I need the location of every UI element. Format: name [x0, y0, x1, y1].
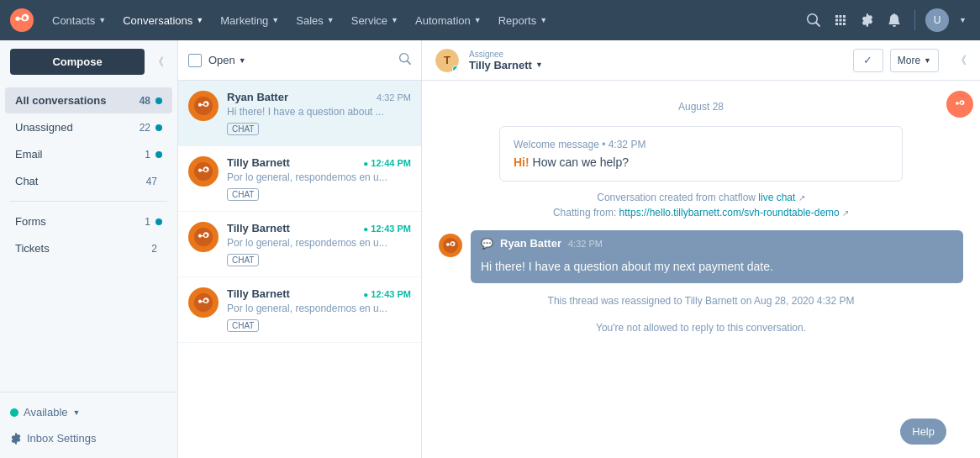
- external-link-icon: ↗: [798, 193, 805, 203]
- conv-avatar: [188, 91, 219, 121]
- more-chevron-icon: ▼: [924, 56, 931, 65]
- available-chevron-icon: ▼: [73, 408, 81, 417]
- sidebar-item-all-conversations[interactable]: All conversations 48: [5, 87, 172, 113]
- conv-content: Tilly Barnett ●12:43 PM Por lo general, …: [227, 222, 411, 266]
- conv-name: Tilly Barnett: [227, 156, 290, 169]
- chat-main: T Assignee Tilly Barnett ▼ ✓ More ▼ 《 Au…: [422, 40, 980, 458]
- welcome-body: How can we help?: [533, 155, 629, 169]
- assignee-avatar: T: [435, 49, 459, 72]
- search-nav-icon[interactable]: [803, 10, 824, 30]
- more-button[interactable]: More ▼: [890, 49, 939, 72]
- account-chevron-icon[interactable]: ▼: [956, 13, 970, 28]
- conv-time: ●12:43 PM: [363, 224, 411, 234]
- assignee-name-button[interactable]: Tilly Barnett ▼: [469, 59, 543, 71]
- nav-item-sales[interactable]: Sales▼: [287, 0, 342, 40]
- sidebar-label: All conversations: [15, 94, 140, 107]
- sidebar-count: 1: [145, 216, 150, 228]
- conv-name: Tilly Barnett: [227, 287, 290, 300]
- more-label: More: [898, 55, 920, 66]
- compose-button[interactable]: Compose: [10, 49, 145, 75]
- sidebar-count: 2: [151, 243, 157, 255]
- svg-point-1: [194, 97, 213, 115]
- msg-body: Hi there! I have a question about my nex…: [471, 255, 963, 283]
- inbox-settings-link[interactable]: Inbox Settings: [10, 427, 167, 450]
- hs-side-logo[interactable]: [946, 91, 973, 118]
- sidebar-item-unassigned[interactable]: Unassigned 22: [5, 114, 172, 140]
- live-chat-link[interactable]: live chat: [758, 192, 795, 203]
- sidebar-item-email[interactable]: Email 1: [5, 141, 172, 167]
- help-button[interactable]: Help: [900, 419, 946, 445]
- svg-point-5: [443, 238, 458, 253]
- conv-preview: Hi there! I have a question about ...: [227, 106, 411, 118]
- sidebar-label: Chat: [15, 175, 146, 187]
- check-button[interactable]: ✓: [853, 49, 883, 72]
- filter-open-button[interactable]: Open ▼: [208, 54, 246, 66]
- conv-content: Ryan Batter 4:32 PM Hi there! I have a q…: [227, 91, 411, 135]
- welcome-text: Hi! How can we help?: [514, 155, 888, 169]
- nav-item-label-conversations: Conversations: [123, 14, 192, 27]
- svg-point-0: [10, 8, 34, 32]
- notifications-icon[interactable]: [884, 10, 904, 30]
- nav-item-reports[interactable]: Reports▼: [490, 0, 556, 40]
- chat-collapse-icon[interactable]: 《: [956, 53, 967, 68]
- nav-item-marketing[interactable]: Marketing▼: [212, 0, 287, 40]
- sidebar-item-forms[interactable]: Forms 1: [5, 208, 172, 234]
- conv-item-conv3[interactable]: Tilly Barnett ●12:43 PM Por lo general, …: [178, 212, 421, 277]
- select-all-checkbox[interactable]: [188, 54, 202, 67]
- sidebar-collapse-icon[interactable]: 《: [150, 51, 167, 73]
- nav-item-label-service: Service: [351, 14, 387, 27]
- assignee-name-text: Tilly Barnett: [469, 59, 532, 71]
- sidebar-count: 48: [140, 95, 150, 107]
- sidebar-item-tickets[interactable]: Tickets 2: [5, 235, 172, 261]
- conv-item-conv4[interactable]: Tilly Barnett ●12:43 PM Por lo general, …: [178, 277, 421, 343]
- msg-time: 4:32 PM: [568, 239, 603, 249]
- conv-tag: CHAT: [227, 254, 259, 266]
- msg-bubble: 💬 Ryan Batter 4:32 PM Hi there! I have a…: [471, 230, 963, 283]
- conv-time: ●12:43 PM: [363, 289, 411, 299]
- marketplace-icon[interactable]: [830, 10, 851, 30]
- hubspot-logo[interactable]: [10, 8, 34, 32]
- chat-body: August 28 Welcome message • 4:32 PM Hi! …: [422, 81, 980, 458]
- conv-items: Ryan Batter 4:32 PM Hi there! I have a q…: [178, 81, 421, 458]
- conv-header-row: Tilly Barnett ●12:43 PM: [227, 287, 411, 300]
- filter-label: Open: [208, 54, 235, 66]
- url-external-link-icon: ↗: [842, 208, 849, 218]
- conv-tag: CHAT: [227, 123, 259, 135]
- chatting-from-url[interactable]: https://hello.tillybarnett.com/svh-round…: [619, 207, 840, 218]
- nav-item-label-sales: Sales: [296, 14, 324, 27]
- nav-right: U ▼: [803, 8, 970, 32]
- conv-item-conv2[interactable]: Tilly Barnett ●12:44 PM Por lo general, …: [178, 146, 421, 212]
- sidebar-item-chat[interactable]: Chat 47: [5, 168, 172, 194]
- msg-text: Hi there! I have a question about my nex…: [481, 260, 773, 273]
- svg-point-3: [194, 228, 213, 246]
- conv-search-icon[interactable]: [399, 53, 411, 67]
- msg-header: 💬 Ryan Batter 4:32 PM: [471, 230, 963, 255]
- sidebar-count: 1: [145, 149, 150, 161]
- available-status[interactable]: Available ▼: [10, 401, 167, 424]
- nav-item-automation[interactable]: Automation▼: [407, 0, 490, 40]
- conv-item-conv1[interactable]: Ryan Batter 4:32 PM Hi there! I have a q…: [178, 81, 421, 146]
- conv-tag: CHAT: [227, 188, 259, 201]
- compose-area: Compose 《: [0, 40, 177, 83]
- nav-item-contacts[interactable]: Contacts▼: [44, 0, 114, 40]
- message-row: 💬 Ryan Batter 4:32 PM Hi there! I have a…: [439, 230, 963, 283]
- user-avatar[interactable]: U: [925, 8, 949, 32]
- chatting-from-label: Chatting from:: [553, 207, 616, 218]
- sidebar-divider: [10, 201, 167, 202]
- sidebar-notification-dot: [155, 124, 162, 131]
- nav-item-service[interactable]: Service▼: [343, 0, 407, 40]
- sidebar-count: 47: [146, 176, 157, 187]
- conv-list-header: Open ▼: [178, 40, 421, 81]
- nav-item-conversations[interactable]: Conversations▼: [114, 0, 212, 40]
- msg-sender: Ryan Batter: [500, 237, 561, 250]
- conv-content: Tilly Barnett ●12:44 PM Por lo general, …: [227, 156, 411, 201]
- meta-prefix: Conversation created from chatflow: [597, 192, 756, 203]
- nav-chevron-icon-sales: ▼: [327, 16, 335, 24]
- conv-content: Tilly Barnett ●12:43 PM Por lo general, …: [227, 287, 411, 332]
- nav-chevron-icon-service: ▼: [391, 16, 398, 24]
- settings-icon[interactable]: [857, 10, 877, 30]
- conv-tag: CHAT: [227, 319, 259, 332]
- welcome-bubble: Welcome message • 4:32 PM Hi! How can we…: [499, 126, 903, 182]
- sidebar-label: Unassigned: [15, 121, 140, 134]
- chat-header: T Assignee Tilly Barnett ▼ ✓ More ▼ 《: [422, 40, 980, 81]
